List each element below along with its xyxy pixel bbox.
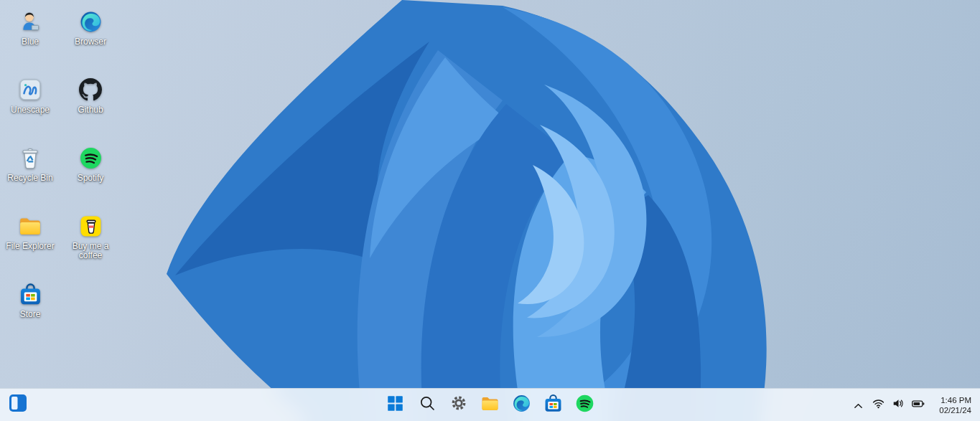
- system-tray: 1:46 PM 02/21/24: [849, 389, 976, 421]
- microsoft-store-icon: [543, 394, 563, 416]
- desktop-icon-label: Store: [20, 310, 41, 319]
- taskbar-spotify-button[interactable]: [571, 390, 599, 419]
- battery-button[interactable]: [909, 393, 928, 417]
- taskbar-store-button[interactable]: [539, 390, 568, 419]
- desktop-icon-label: Spotify: [78, 174, 104, 183]
- taskbar-pinned-apps: [381, 390, 599, 419]
- taskbar-settings-button[interactable]: [444, 390, 473, 419]
- desktop-icon-label: Recycle Bin: [7, 174, 52, 183]
- desktop-icon-github[interactable]: Github: [60, 71, 121, 139]
- blue-avatar-icon: [17, 9, 43, 34]
- taskbar-edge-button[interactable]: [508, 390, 536, 419]
- desktop-icon-grid: Blue Browser Unescape: [0, 3, 121, 344]
- microsoft-store-icon: [17, 281, 43, 307]
- bloom-wallpaper: [0, 0, 980, 421]
- folder-icon: [480, 394, 500, 416]
- settings-gear-icon: [449, 394, 468, 415]
- recycle-bin-icon: [17, 145, 43, 171]
- wifi-icon: [872, 399, 885, 412]
- desktop-icon-buy-me-a-coffee[interactable]: Buy me a coffee: [60, 207, 121, 275]
- search-icon: [419, 394, 436, 415]
- hidden-icons-button[interactable]: [849, 393, 867, 417]
- desktop-icon-file-explorer[interactable]: File Explorer: [0, 207, 60, 275]
- edge-browser-icon: [512, 394, 531, 416]
- volume-button[interactable]: [889, 393, 907, 417]
- desktop-icon-unescape[interactable]: Unescape: [0, 71, 60, 139]
- chevron-up-icon: [854, 399, 863, 412]
- date-label: 02/21/24: [939, 405, 971, 415]
- desktop-icon-label: Buy me a coffee: [62, 242, 118, 260]
- taskbar-start-button[interactable]: [381, 390, 410, 419]
- desktop-icon-label: File Explorer: [6, 242, 54, 251]
- desktop-icon-browser[interactable]: Browser: [60, 3, 121, 71]
- buy-me-a-coffee-icon: [78, 213, 103, 239]
- battery-icon: [912, 399, 925, 412]
- desktop-icon-label: Browser: [75, 37, 106, 47]
- desktop-icon-label: Unescape: [11, 105, 50, 115]
- unescape-icon: [17, 77, 43, 103]
- taskbar-panel-button[interactable]: [4, 390, 32, 419]
- taskbar-file-explorer-button[interactable]: [476, 390, 505, 419]
- github-icon: [78, 77, 103, 103]
- network-button[interactable]: [869, 393, 887, 417]
- volume-icon: [892, 398, 905, 412]
- time-label: 1:46 PM: [939, 395, 971, 405]
- spotify-icon: [575, 394, 594, 416]
- desktop-icon-store[interactable]: Store: [0, 275, 60, 344]
- desktop-icon-spotify[interactable]: Spotify: [60, 139, 121, 207]
- clock[interactable]: 1:46 PM 02/21/24: [935, 393, 976, 417]
- taskbar-search-button[interactable]: [413, 390, 442, 419]
- file-explorer-icon: [17, 213, 43, 239]
- desktop-icon-label: Blue: [22, 37, 39, 47]
- desktop-icon-blue[interactable]: Blue: [0, 3, 60, 71]
- edge-browser-icon: [78, 9, 103, 34]
- desktop-icon-recycle-bin[interactable]: Recycle Bin: [0, 139, 60, 207]
- desktop: Blue Browser Unescape: [0, 0, 980, 421]
- taskbar: 1:46 PM 02/21/24: [0, 388, 980, 421]
- side-panel-icon: [8, 393, 28, 416]
- spotify-icon: [78, 145, 103, 171]
- desktop-icon-label: Github: [78, 105, 103, 115]
- windows-start-icon: [386, 394, 404, 415]
